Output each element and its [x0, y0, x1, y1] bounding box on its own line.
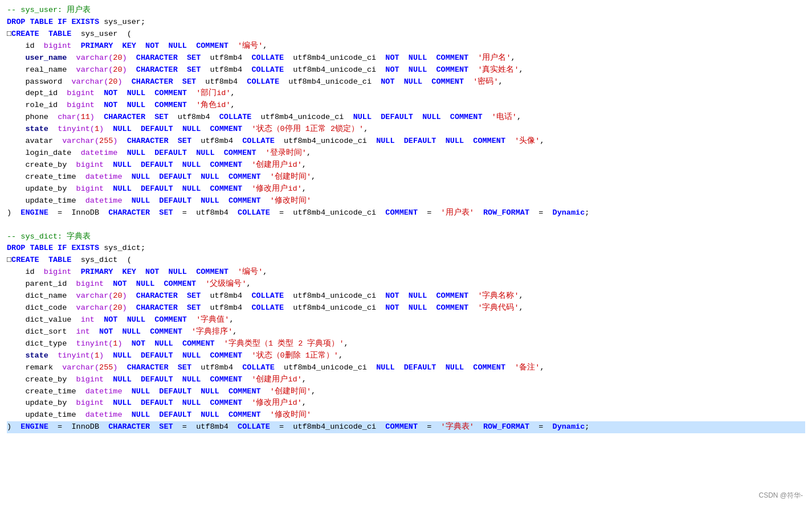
create-sys-user: □CREATE TABLE sys_user ( [7, 28, 805, 40]
dict-col-dict-value: dict_value int NOT NULL COMMENT '字典值', [7, 314, 805, 326]
comment-sys-dict: -- sys_dict: 字典表 [7, 231, 805, 243]
dict-col-state: state tinyint(1) NULL DEFAULT NULL COMME… [7, 350, 805, 362]
dict-col-dict-name: dict_name varchar(20) CHARACTER SET utf8… [7, 290, 805, 302]
dict-col-create-by: create_by bigint NULL DEFAULT NULL COMME… [7, 374, 805, 386]
dict-col-parent-id: parent_id bigint NOT NULL COMMENT '父级编号'… [7, 278, 805, 290]
col-dept-id: dept_id bigint NOT NULL COMMENT '部门id', [7, 88, 805, 100]
code-editor: -- sys_user: 用户表 DROP TABLE IF EXISTS sy… [0, 0, 812, 505]
col-state: state tinyint(1) NULL DEFAULT NULL COMME… [7, 124, 805, 136]
dict-col-dict-sort: dict_sort int NOT NULL COMMENT '字典排序', [7, 326, 805, 338]
col-real-name: real_name varchar(20) CHARACTER SET utf8… [7, 64, 805, 76]
col-update-by-1: update_by bigint NULL DEFAULT NULL COMME… [7, 183, 805, 195]
dict-col-id: id bigint PRIMARY KEY NOT NULL COMMENT '… [7, 266, 805, 278]
engine-sys-user: ) ENGINE = InnoDB CHARACTER SET = utf8mb… [7, 207, 805, 219]
col-avatar: avatar varchar(255) CHARACTER SET utf8mb… [7, 136, 805, 147]
col-id: id bigint PRIMARY KEY NOT NULL COMMENT '… [7, 40, 805, 52]
col-phone: phone char(11) CHARACTER SET utf8mb4 COL… [7, 112, 805, 124]
engine-sys-dict: ) ENGINE = InnoDB CHARACTER SET = utf8mb… [7, 421, 805, 433]
dict-col-dict-type: dict_type tinyint(1) NOT NULL COMMENT '字… [7, 338, 805, 350]
dict-col-remark: remark varchar(255) CHARACTER SET utf8mb… [7, 362, 805, 374]
col-create-by-1: create_by bigint NULL DEFAULT NULL COMME… [7, 159, 805, 171]
blank-1 [7, 219, 805, 231]
col-update-time-1: update_time datetime NULL DEFAULT NULL C… [7, 195, 805, 207]
dict-col-update-time: update_time datetime NULL DEFAULT NULL C… [7, 409, 805, 421]
create-sys-dict: □CREATE TABLE sys_dict ( [7, 254, 805, 266]
drop-sys-user: DROP TABLE IF EXISTS sys_user; [7, 17, 805, 28]
dict-col-dict-code: dict_code varchar(20) CHARACTER SET utf8… [7, 302, 805, 314]
footer-watermark: CSDN @符华- [758, 491, 803, 500]
col-login-date: login_date datetime NULL DEFAULT NULL CO… [7, 147, 805, 159]
col-create-time-1: create_time datetime NULL DEFAULT NULL C… [7, 171, 805, 183]
drop-sys-dict: DROP TABLE IF EXISTS sys_dict; [7, 243, 805, 254]
dict-col-create-time: create_time datetime NULL DEFAULT NULL C… [7, 386, 805, 398]
col-password: password varchar(20) CHARACTER SET utf8m… [7, 76, 805, 88]
comment-sys-user: -- sys_user: 用户表 [7, 5, 805, 17]
col-user-name: user_name varchar(20) CHARACTER SET utf8… [7, 52, 805, 64]
col-role-id: role_id bigint NOT NULL COMMENT '角色id', [7, 100, 805, 112]
dict-col-update-by: update_by bigint NULL DEFAULT NULL COMME… [7, 397, 805, 409]
